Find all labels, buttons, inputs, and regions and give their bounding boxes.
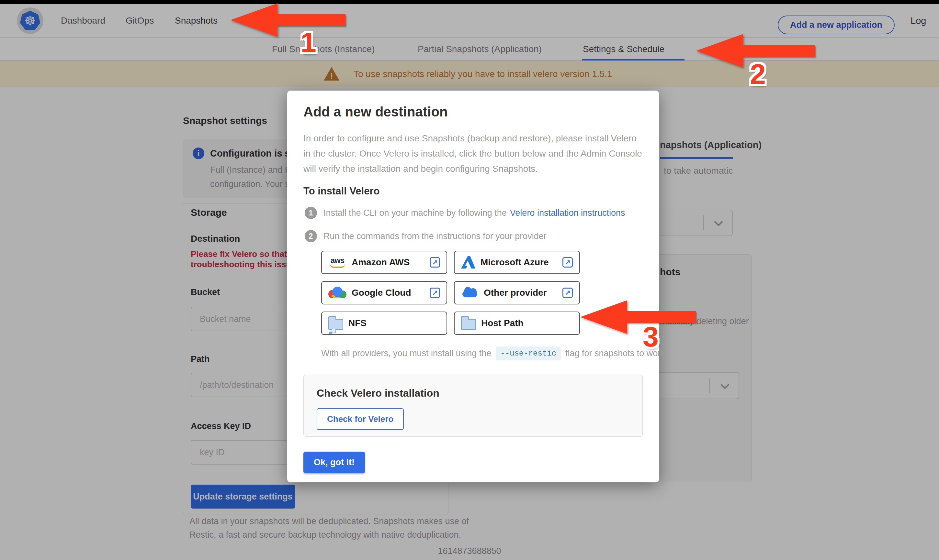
modal-body-text: In order to configure and use Snapshots … <box>304 131 643 176</box>
google-cloud-logo-icon <box>328 287 347 299</box>
arrow-shaft <box>742 45 815 57</box>
arrow-shaft <box>277 14 345 26</box>
arrow-head <box>580 300 627 334</box>
arrow-shaft <box>626 311 696 323</box>
external-link-icon: ↗ <box>563 288 573 298</box>
check-for-velero-button[interactable]: Check for Velero <box>317 408 404 430</box>
restic-note: With all providers, you must install usi… <box>321 346 643 360</box>
restic-note-prefix: With all providers, you must install usi… <box>321 348 491 358</box>
provider-amazon-aws[interactable]: aws Amazon AWS ↗ <box>321 251 447 274</box>
cloud-icon <box>461 287 479 298</box>
velero-instructions-link[interactable]: Velero installation instructions <box>510 208 625 218</box>
install-velero-heading: To install Velero <box>304 185 643 197</box>
provider-label: Other provider <box>484 288 547 298</box>
step-1-text: Install the CLI on your machine by follo… <box>324 208 507 218</box>
provider-label: Amazon AWS <box>352 257 410 268</box>
step-text: Install the CLI on your machine by follo… <box>324 207 625 219</box>
provider-host-path[interactable]: Host Path <box>454 312 580 335</box>
step-number-badge: 2 <box>305 230 317 242</box>
provider-label: NFS <box>348 318 367 328</box>
step-number-badge: 1 <box>305 207 317 219</box>
provider-nfs[interactable]: NFS <box>321 312 447 335</box>
screen: ☸ Dashboard GitOps Snapshots Add a new a… <box>0 0 939 560</box>
azure-logo-icon <box>461 256 475 269</box>
nfs-folder-icon <box>328 319 343 330</box>
arrow-head <box>231 3 278 37</box>
provider-label: Google Cloud <box>352 288 411 298</box>
external-link-icon: ↗ <box>430 288 440 298</box>
check-velero-heading: Check Velero installation <box>317 387 629 399</box>
add-destination-modal: Add a new destination In order to config… <box>287 91 659 482</box>
check-velero-card: Check Velero installation Check for Vele… <box>304 375 643 437</box>
provider-google-cloud[interactable]: Google Cloud ↗ <box>321 281 447 305</box>
folder-icon <box>461 319 476 330</box>
provider-other[interactable]: Other provider ↗ <box>454 281 580 305</box>
aws-logo-icon: aws <box>328 257 347 268</box>
external-link-icon: ↗ <box>563 257 573 268</box>
external-link-icon: ↗ <box>430 257 440 268</box>
annotation-number-3: 3 <box>643 320 658 353</box>
install-step-2: 2 Run the commands from the instructions… <box>305 230 643 242</box>
annotation-number-2: 2 <box>750 58 766 91</box>
install-step-1: 1 Install the CLI on your machine by fol… <box>305 207 643 219</box>
provider-label: Microsoft Azure <box>481 257 549 268</box>
provider-microsoft-azure[interactable]: Microsoft Azure ↗ <box>454 251 580 274</box>
arrow-head <box>696 34 743 68</box>
modal-title: Add a new destination <box>304 104 643 120</box>
annotation-number-1: 1 <box>301 26 316 59</box>
step-2-text: Run the commands from the instructions f… <box>324 230 547 242</box>
ok-got-it-button[interactable]: Ok, got it! <box>304 452 365 473</box>
provider-label: Host Path <box>481 318 524 328</box>
use-restic-code-chip: --use-restic <box>496 346 561 360</box>
